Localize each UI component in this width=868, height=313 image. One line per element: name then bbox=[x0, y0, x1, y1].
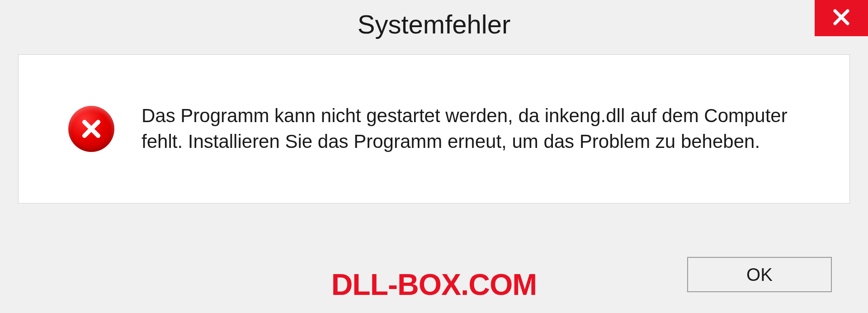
error-icon bbox=[68, 106, 114, 152]
error-dialog: Systemfehler Das Programm kann nicht ges… bbox=[0, 0, 868, 313]
close-icon bbox=[832, 8, 851, 28]
content-panel: Das Programm kann nicht gestartet werden… bbox=[18, 54, 850, 204]
watermark-text: DLL-BOX.COM bbox=[331, 267, 537, 302]
error-icon-wrapper bbox=[68, 106, 114, 152]
error-message: Das Programm kann nicht gestartet werden… bbox=[142, 103, 822, 154]
title-bar: Systemfehler bbox=[0, 0, 868, 45]
footer-bar: DLL-BOX.COM OK bbox=[0, 250, 868, 313]
dialog-title: Systemfehler bbox=[358, 9, 510, 39]
ok-button[interactable]: OK bbox=[687, 257, 832, 292]
close-button[interactable] bbox=[815, 0, 868, 36]
